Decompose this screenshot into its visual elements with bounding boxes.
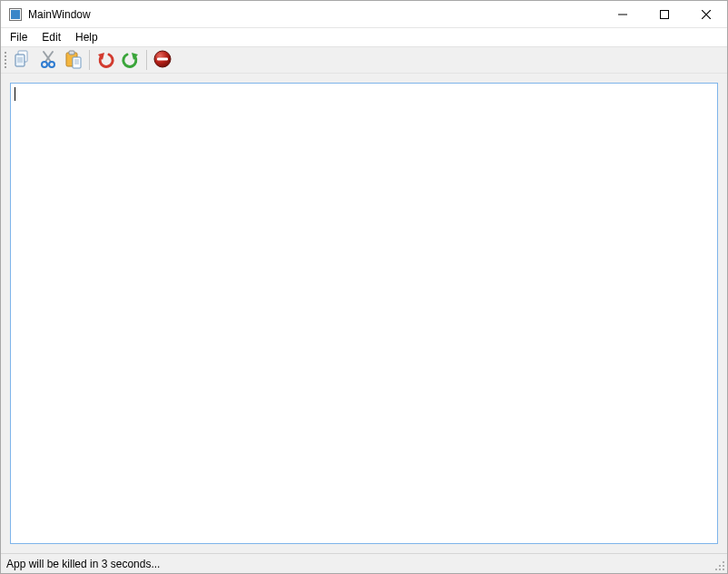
toolbar-handle[interactable] xyxy=(3,50,8,70)
maximize-button[interactable] xyxy=(644,1,685,27)
svg-rect-1 xyxy=(11,10,20,19)
undo-button[interactable] xyxy=(93,48,118,72)
text-caret xyxy=(15,87,15,101)
menu-file[interactable]: File xyxy=(3,29,34,45)
toolbar-separator xyxy=(89,50,90,70)
svg-rect-25 xyxy=(157,57,168,60)
client-area xyxy=(1,74,727,553)
paste-button[interactable] xyxy=(61,48,86,72)
cut-icon xyxy=(38,49,58,72)
svg-point-26 xyxy=(723,561,724,563)
window-title: MainWindow xyxy=(28,8,91,21)
svg-rect-4 xyxy=(661,10,669,18)
svg-point-28 xyxy=(723,565,724,567)
svg-point-15 xyxy=(49,62,54,67)
menubar: File Edit Help xyxy=(1,28,727,46)
svg-point-31 xyxy=(723,569,724,570)
status-message: App will be killed in 3 seconds... xyxy=(6,558,160,570)
svg-rect-18 xyxy=(73,57,81,68)
svg-point-30 xyxy=(719,569,721,570)
toolbar xyxy=(1,46,727,74)
app-icon xyxy=(8,7,23,22)
stop-button[interactable] xyxy=(150,48,175,72)
window-controls xyxy=(602,1,727,27)
cut-button[interactable] xyxy=(35,48,61,72)
stop-icon xyxy=(152,49,172,72)
svg-point-29 xyxy=(715,569,717,570)
statusbar: App will be killed in 3 seconds... xyxy=(1,553,727,573)
close-button[interactable] xyxy=(685,1,727,27)
menu-edit[interactable]: Edit xyxy=(34,29,68,45)
minimize-button[interactable] xyxy=(602,1,644,27)
text-editor[interactable] xyxy=(10,83,718,544)
menu-help[interactable]: Help xyxy=(68,29,105,45)
svg-point-27 xyxy=(719,565,721,567)
main-window: MainWindow File Edit Help xyxy=(0,0,728,574)
svg-rect-17 xyxy=(69,51,74,54)
titlebar: MainWindow xyxy=(1,1,727,28)
copy-button[interactable] xyxy=(10,48,35,72)
paste-icon xyxy=(64,49,84,72)
toolbar-separator xyxy=(146,50,147,70)
svg-point-14 xyxy=(42,62,47,67)
size-grip[interactable] xyxy=(714,560,725,571)
redo-icon xyxy=(121,49,141,72)
redo-button[interactable] xyxy=(118,48,143,72)
copy-icon xyxy=(13,49,33,72)
undo-icon xyxy=(95,49,115,72)
